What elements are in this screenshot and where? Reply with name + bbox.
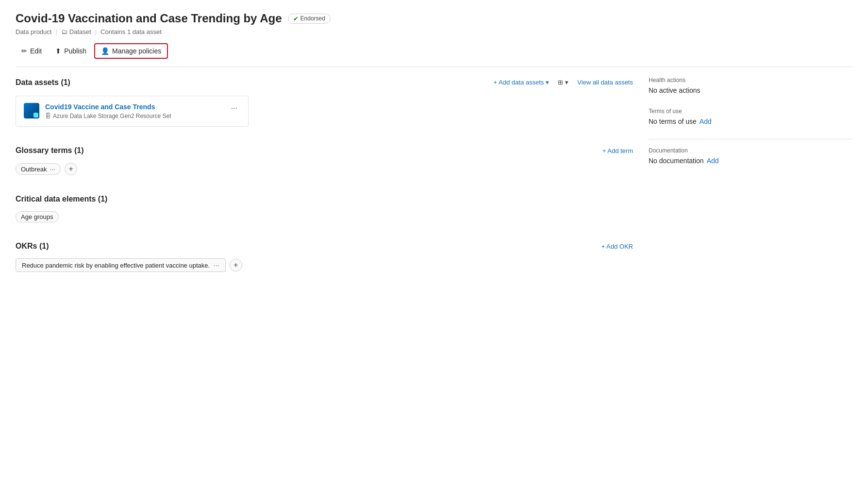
okr-chip-0[interactable]: Reduce pandemic risk by enabling effecti… bbox=[16, 258, 226, 272]
data-asset-icon bbox=[24, 103, 39, 118]
health-actions-section: Health actions No active actions bbox=[649, 77, 852, 94]
left-panel: Data assets (1) + Add data assets ▾ ⊞ ▾ … bbox=[16, 77, 633, 291]
dataset-label-item: 🗂 Dataset bbox=[61, 28, 91, 35]
page-title: Covid-19 Vaccination and Case Trending b… bbox=[16, 12, 282, 25]
endorsed-label: Endorsed bbox=[300, 15, 325, 22]
okrs-section: OKRs (1) + Add OKR Reduce pandemic risk … bbox=[16, 242, 633, 272]
documentation-label: Documentation bbox=[649, 147, 852, 154]
terms-of-use-text: No terms of use bbox=[649, 118, 697, 125]
data-assets-actions: + Add data assets ▾ ⊞ ▾ View all data as… bbox=[494, 77, 633, 88]
add-chip-icon: + bbox=[68, 165, 73, 173]
edit-icon: ✏ bbox=[21, 47, 27, 55]
data-asset-type: 🗄 Azure Data Lake Storage Gen2 Resource … bbox=[45, 113, 171, 119]
data-product-label: Data product bbox=[16, 28, 51, 35]
grid-chevron: ▾ bbox=[565, 79, 568, 86]
add-okr-chip-icon: + bbox=[234, 261, 238, 270]
okr-chips: Reduce pandemic risk by enabling effecti… bbox=[16, 258, 633, 272]
health-actions-label: Health actions bbox=[649, 77, 852, 84]
terms-of-use-label: Terms of use bbox=[649, 108, 852, 115]
okr-more-icon: ··· bbox=[214, 261, 219, 269]
documentation-value: No documentation Add bbox=[649, 157, 852, 165]
outbreak-more-icon: ··· bbox=[50, 165, 55, 173]
manage-policies-icon: 👤 bbox=[101, 47, 109, 55]
data-asset-info: Covid19 Vaccine and Case Trends 🗄 Azure … bbox=[45, 103, 171, 119]
okr-label-0: Reduce pandemic risk by enabling effecti… bbox=[22, 262, 210, 269]
data-asset-left: Covid19 Vaccine and Case Trends 🗄 Azure … bbox=[24, 103, 171, 119]
age-groups-chip[interactable]: Age groups bbox=[16, 211, 59, 222]
data-assets-title: Data assets (1) bbox=[16, 78, 70, 87]
documentation-text: No documentation bbox=[649, 157, 704, 165]
outbreak-label: Outbreak bbox=[21, 166, 47, 173]
add-okr-label: + Add OKR bbox=[601, 243, 633, 250]
cde-chips: Age groups bbox=[16, 211, 633, 222]
data-asset-card: Covid19 Vaccine and Case Trends 🗄 Azure … bbox=[16, 96, 249, 127]
documentation-section: Documentation No documentation Add bbox=[649, 147, 852, 165]
right-panel: Health actions No active actions Terms o… bbox=[649, 77, 852, 291]
publish-icon: ⬆ bbox=[55, 47, 61, 55]
health-actions-value: No active actions bbox=[649, 86, 852, 94]
dataset-text: Dataset bbox=[69, 28, 91, 35]
data-asset-more-button[interactable]: ··· bbox=[228, 103, 240, 114]
glossary-terms-chips: Outbreak ··· + bbox=[16, 163, 633, 175]
add-glossary-term-chip-button[interactable]: + bbox=[65, 163, 77, 175]
add-term-label: + Add term bbox=[602, 147, 633, 154]
dataset-icon: 🗂 bbox=[61, 28, 67, 35]
okrs-title: OKRs (1) bbox=[16, 242, 49, 251]
publish-label: Publish bbox=[64, 47, 86, 55]
view-all-data-assets-link[interactable]: View all data assets bbox=[577, 79, 633, 86]
data-assets-header: Data assets (1) + Add data assets ▾ ⊞ ▾ … bbox=[16, 77, 633, 88]
header-section: Covid-19 Vaccination and Case Trending b… bbox=[16, 12, 852, 35]
okrs-header: OKRs (1) + Add OKR bbox=[16, 242, 633, 251]
glossary-terms-title: Glossary terms (1) bbox=[16, 146, 84, 155]
grid-icon: ⊞ bbox=[558, 79, 563, 86]
add-data-assets-button[interactable]: + Add data assets ▾ bbox=[494, 79, 550, 86]
endorsed-badge: ✔ Endorsed bbox=[288, 14, 331, 24]
more-dots-icon: ··· bbox=[231, 104, 237, 112]
glossary-terms-header: Glossary terms (1) + Add term bbox=[16, 146, 633, 155]
outbreak-chip[interactable]: Outbreak ··· bbox=[16, 163, 61, 175]
add-data-assets-label: + Add data assets bbox=[494, 79, 544, 86]
grid-view-button[interactable]: ⊞ ▾ bbox=[555, 77, 571, 88]
storage-icon: 🗄 bbox=[45, 113, 51, 119]
age-groups-label: Age groups bbox=[21, 213, 53, 220]
add-data-assets-chevron: ▾ bbox=[546, 79, 549, 86]
data-assets-section: Data assets (1) + Add data assets ▾ ⊞ ▾ … bbox=[16, 77, 633, 127]
terms-of-use-value: No terms of use Add bbox=[649, 118, 852, 125]
add-term-button[interactable]: + Add term bbox=[602, 147, 633, 154]
manage-policies-label: Manage policies bbox=[112, 47, 161, 55]
cde-header: Critical data elements (1) bbox=[16, 195, 633, 203]
health-actions-text: No active actions bbox=[649, 86, 701, 94]
edit-label: Edit bbox=[30, 47, 42, 55]
terms-of-use-section: Terms of use No terms of use Add bbox=[649, 108, 852, 125]
publish-button[interactable]: ⬆ Publish bbox=[50, 44, 92, 58]
glossary-terms-section: Glossary terms (1) + Add term Outbreak ·… bbox=[16, 146, 633, 175]
toolbar: ✏ Edit ⬆ Publish 👤 Manage policies bbox=[16, 43, 852, 67]
endorsed-icon: ✔ bbox=[293, 15, 299, 22]
critical-data-elements-section: Critical data elements (1) Age groups bbox=[16, 195, 633, 222]
add-okr-chip-button[interactable]: + bbox=[230, 259, 242, 271]
subtitle-row: Data product | 🗂 Dataset | Contains 1 da… bbox=[16, 28, 852, 35]
add-terms-link[interactable]: Add bbox=[700, 118, 712, 125]
manage-policies-button[interactable]: 👤 Manage policies bbox=[94, 43, 168, 59]
main-content: Data assets (1) + Add data assets ▾ ⊞ ▾ … bbox=[16, 77, 852, 291]
add-okr-button[interactable]: + Add OKR bbox=[601, 243, 633, 250]
add-documentation-link[interactable]: Add bbox=[707, 157, 719, 165]
title-row: Covid-19 Vaccination and Case Trending b… bbox=[16, 12, 852, 25]
edit-button[interactable]: ✏ Edit bbox=[16, 44, 48, 58]
data-asset-type-label: Azure Data Lake Storage Gen2 Resource Se… bbox=[53, 113, 171, 119]
right-divider bbox=[649, 139, 852, 139]
contains-label: Contains 1 data asset bbox=[100, 28, 162, 35]
data-asset-name[interactable]: Covid19 Vaccine and Case Trends bbox=[45, 103, 171, 111]
cde-title: Critical data elements (1) bbox=[16, 195, 107, 203]
